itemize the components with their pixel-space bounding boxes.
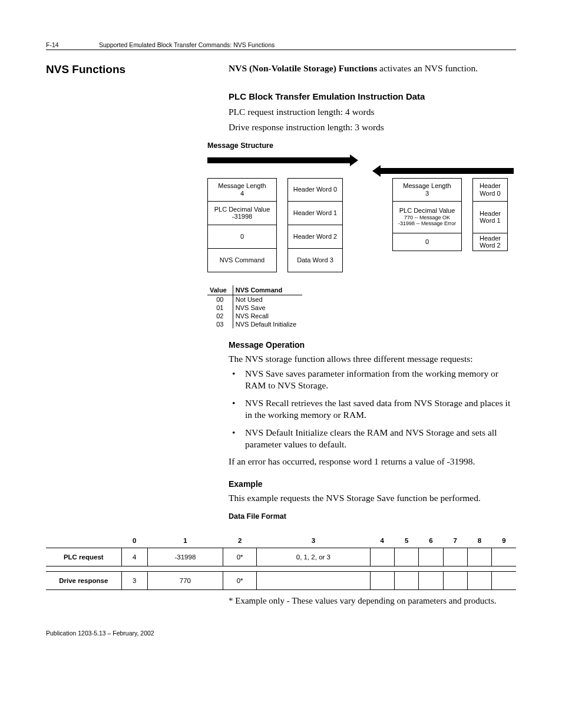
plc-request-stack: Message Length 4 PLC Decimal Value -3199… (207, 178, 277, 272)
diag-box: PLC Decimal Value 770 -- Message OK -319… (392, 202, 462, 233)
table-header: Value (207, 285, 233, 295)
plc-line2: Drive response instruction length: 3 wor… (229, 121, 516, 133)
error-line: If an error has occurred, response word … (229, 456, 516, 467)
message-operation-heading: Message Operation (229, 340, 516, 350)
table-row: 00Not Used (207, 295, 302, 304)
running-header: F-14 Supported Emulated Block Transfer C… (46, 41, 516, 50)
plc-line1: PLC request instruction length: 4 words (229, 106, 516, 118)
table-row: PLC request 4 -31998 0* 0, 1, 2, or 3 (46, 548, 516, 566)
table-header-row: 0 1 2 3 4 5 6 7 8 9 (46, 533, 516, 548)
table-row: 01NVS Save (207, 304, 302, 312)
arrow-right-icon (207, 157, 358, 164)
diag-box: 0 (392, 233, 462, 251)
diag-box: NVS Command (207, 249, 277, 272)
table-row: 02NVS Recall (207, 312, 302, 320)
diag-label: Header Word 1 (287, 202, 343, 225)
drive-response-stack: Message Length 3 PLC Decimal Value 770 -… (392, 178, 462, 251)
section-header-row: NVS Functions NVS (Non-Volatile Storage)… (46, 63, 516, 525)
message-operation-intro: The NVS storage function allows three di… (229, 353, 516, 365)
table-footnote: * Example only - These values vary depen… (46, 596, 516, 606)
diag-label: Header Word 0 (472, 178, 508, 202)
diag-box: PLC Decimal Value -31998 (207, 202, 277, 225)
diag-box: Message Length 4 (207, 178, 277, 202)
message-operation-list: NVS Save saves parameter information fro… (229, 368, 516, 450)
diag-label: Data Word 3 (287, 249, 343, 272)
list-item: NVS Save saves parameter information fro… (245, 368, 516, 391)
message-structure-diagram: Message Length 4 PLC Decimal Value -3199… (207, 154, 516, 272)
page-number: F-14 (46, 41, 99, 48)
message-structure-heading: Message Structure (207, 141, 516, 150)
diag-label: Header Word 1 (472, 202, 508, 233)
example-line: This example requests the NVS Storage Sa… (229, 492, 516, 504)
table-row: Drive response 3 770 0* (46, 572, 516, 590)
intro-bold: NVS (Non-Volatile Storage) Functions (229, 63, 377, 73)
plc-heading: PLC Block Transfer Emulation Instruction… (229, 91, 516, 101)
arrow-left-icon (372, 167, 514, 174)
section-title: NVS Functions (46, 63, 229, 76)
intro-line: NVS (Non-Volatile Storage) Functions act… (229, 63, 516, 74)
diag-label: Header Word 2 (287, 225, 343, 249)
list-item: NVS Default Initialize clears the RAM an… (245, 427, 516, 450)
table-header: NVS Command (233, 285, 302, 295)
diag-box: Message Length 3 (392, 178, 462, 202)
nvs-command-table: Value NVS Command 00Not Used 01NVS Save … (207, 285, 302, 328)
publication-footer: Publication 1203-5.13 – February, 2002 (46, 630, 516, 637)
data-file-format-table: 0 1 2 3 4 5 6 7 8 9 PLC request 4 -31998… (46, 533, 516, 590)
diag-box: 0 (207, 225, 277, 249)
table-row: 03NVS Default Initialize (207, 320, 302, 328)
list-item: NVS Recall retrieves the last saved data… (245, 397, 516, 421)
diag-label: Header Word 0 (287, 178, 343, 202)
diag-label: Header Word 2 (472, 233, 508, 251)
example-heading: Example (229, 479, 516, 489)
intro-rest: activates an NVS function. (377, 63, 478, 73)
plc-request-labels: Header Word 0 Header Word 1 Header Word … (287, 178, 343, 272)
page-header-title: Supported Emulated Block Transfer Comman… (99, 41, 516, 48)
dff-heading: Data File Format (229, 512, 516, 521)
drive-response-labels: Header Word 0 Header Word 1 Header Word … (472, 178, 508, 251)
